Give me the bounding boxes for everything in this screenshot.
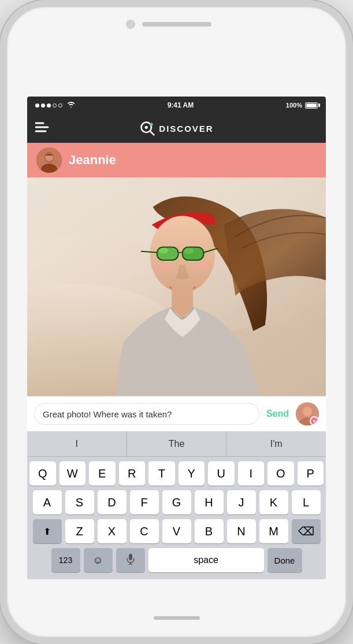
key-j[interactable]: J xyxy=(227,490,256,515)
emoji-icon: ☺ xyxy=(92,554,103,567)
key-r[interactable]: R xyxy=(119,461,146,486)
key-k[interactable]: K xyxy=(259,490,288,515)
key-m[interactable]: M xyxy=(259,519,288,543)
profile-header[interactable]: Jeannie xyxy=(27,143,326,177)
svg-point-16 xyxy=(192,260,214,272)
key-p[interactable]: P xyxy=(298,461,324,486)
autocomplete-bar: I The I'm xyxy=(27,431,326,457)
phone-home-bar xyxy=(154,616,200,620)
battery-percentage: 100% xyxy=(286,102,302,109)
key-c[interactable]: C xyxy=(130,519,159,543)
key-q[interactable]: Q xyxy=(29,461,56,486)
svg-point-4 xyxy=(145,126,148,129)
photo-background xyxy=(27,177,326,396)
message-input[interactable]: Great photo! Where was it taken? xyxy=(34,403,259,425)
autocomplete-item-im[interactable]: I'm xyxy=(226,431,326,456)
profile-avatar xyxy=(36,147,62,173)
svg-point-21 xyxy=(184,248,194,254)
nav-center: DISCOVER xyxy=(139,120,213,136)
key-s[interactable]: S xyxy=(65,490,94,515)
nav-bar: DISCOVER xyxy=(27,114,326,143)
svg-point-20 xyxy=(159,248,168,254)
key-i[interactable]: I xyxy=(238,461,265,486)
key-y[interactable]: Y xyxy=(179,461,205,486)
message-area: Great photo! Where was it taken? Send ♥ xyxy=(27,396,326,431)
signal-dot-1 xyxy=(35,103,39,108)
key-e[interactable]: E xyxy=(89,461,116,486)
keyboard-row-4: 123 ☺ space Done xyxy=(29,548,324,572)
key-z[interactable]: Z xyxy=(65,519,94,543)
mic-icon xyxy=(127,553,135,567)
signal-dot-4 xyxy=(53,103,57,108)
status-bar: 9:41 AM 100% xyxy=(27,97,326,114)
autocomplete-item-i[interactable]: I xyxy=(27,431,127,456)
my-avatar: ♥ xyxy=(296,402,319,425)
battery-fill xyxy=(306,103,317,108)
status-time: 9:41 AM xyxy=(168,101,194,109)
status-left xyxy=(35,101,75,109)
mic-key[interactable] xyxy=(116,548,145,572)
nav-title: DISCOVER xyxy=(159,124,213,134)
shift-icon: ⬆ xyxy=(43,526,51,537)
phone-frame: 9:41 AM 100% xyxy=(0,0,353,644)
profile-name: Jeannie xyxy=(69,153,116,168)
svg-point-28 xyxy=(303,407,312,416)
send-button[interactable]: Send xyxy=(264,409,291,419)
key-v[interactable]: V xyxy=(162,519,191,543)
space-key[interactable]: space xyxy=(148,548,264,572)
emoji-key[interactable]: ☺ xyxy=(84,548,113,572)
svg-point-6 xyxy=(150,123,153,125)
done-key[interactable]: Done xyxy=(267,548,302,572)
keyboard: Q W E R T Y U I O P A S D F G H J K xyxy=(27,457,326,579)
keyboard-row-1: Q W E R T Y U I O P xyxy=(29,461,324,486)
svg-rect-30 xyxy=(129,554,132,560)
key-o[interactable]: O xyxy=(267,461,294,486)
signal-dots xyxy=(35,103,62,108)
key-l[interactable]: L xyxy=(292,490,321,515)
keyboard-row-3: ⬆ Z X C V B N M ⌫ xyxy=(29,519,324,543)
nav-menu-icon[interactable] xyxy=(35,122,49,135)
key-f[interactable]: F xyxy=(130,490,159,515)
key-w[interactable]: W xyxy=(60,461,86,486)
battery-icon xyxy=(305,102,318,109)
svg-line-5 xyxy=(151,131,154,135)
shift-key[interactable]: ⬆ xyxy=(33,519,62,543)
autocomplete-item-the[interactable]: The xyxy=(127,431,227,456)
svg-point-15 xyxy=(151,260,173,272)
key-t[interactable]: T xyxy=(148,461,175,486)
signal-dot-2 xyxy=(41,103,45,108)
key-b[interactable]: B xyxy=(195,519,224,543)
message-input-text: Great photo! Where was it taken? xyxy=(43,409,172,419)
signal-dot-3 xyxy=(47,103,51,108)
avatar-image xyxy=(36,147,62,173)
key-a[interactable]: A xyxy=(33,490,62,515)
status-right: 100% xyxy=(286,102,318,109)
signal-dot-5 xyxy=(58,103,62,108)
backspace-key[interactable]: ⌫ xyxy=(292,519,321,543)
key-h[interactable]: H xyxy=(195,490,224,515)
phone-screen: 9:41 AM 100% xyxy=(27,97,326,579)
photo-image xyxy=(27,177,326,396)
heart-badge: ♥ xyxy=(310,416,319,425)
wifi-icon xyxy=(67,101,75,109)
key-d[interactable]: D xyxy=(98,490,127,515)
numbers-key[interactable]: 123 xyxy=(51,548,80,572)
key-x[interactable]: X xyxy=(98,519,127,543)
key-g[interactable]: G xyxy=(162,490,191,515)
app-logo-icon xyxy=(139,120,155,136)
keyboard-row-2: A S D F G H J K L xyxy=(29,490,324,515)
key-n[interactable]: N xyxy=(227,519,256,543)
backspace-icon: ⌫ xyxy=(298,524,314,538)
photo-area xyxy=(27,177,326,396)
key-u[interactable]: U xyxy=(208,461,235,486)
